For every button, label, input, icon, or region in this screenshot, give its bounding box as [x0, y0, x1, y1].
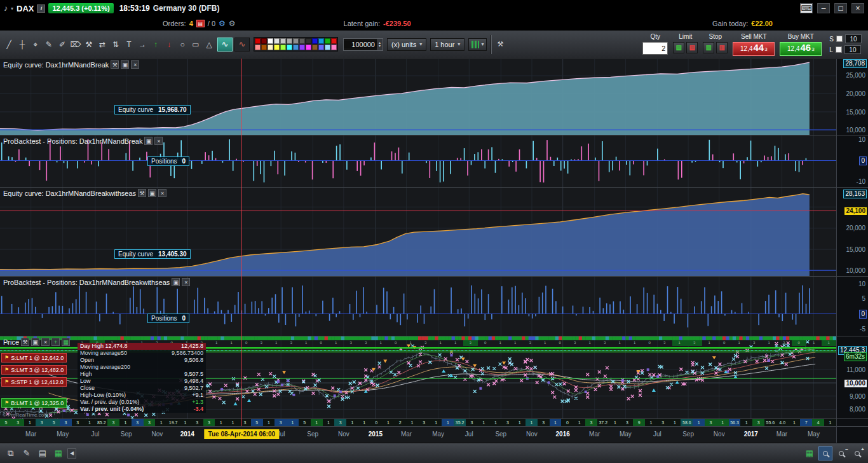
- alerts-settings-icon[interactable]: ⚙: [229, 19, 236, 28]
- pen-tool[interactable]: ✐: [56, 36, 69, 53]
- close-panel-icon[interactable]: ×: [182, 278, 190, 286]
- s-value[interactable]: 10: [845, 34, 862, 43]
- color-swatch[interactable]: [274, 38, 280, 44]
- sell-stop-icon[interactable]: ▥: [716, 42, 728, 53]
- audio-alerts-icon[interactable]: ♪: [4, 4, 8, 13]
- detach-panel-icon[interactable]: ▣: [144, 137, 153, 145]
- color-swatch[interactable]: [287, 38, 292, 44]
- zoom-in-button[interactable]: +: [850, 446, 864, 460]
- close-panel-icon[interactable]: ×: [41, 338, 50, 346]
- close-panel-icon[interactable]: ×: [158, 189, 166, 197]
- time-axis[interactable]: Tue 08-Apr-2014 06:00 MarMayJulSepNov201…: [0, 426, 836, 443]
- trading-table-icon[interactable]: ▦: [51, 446, 65, 460]
- sell-limit-icon[interactable]: ▤: [686, 42, 698, 53]
- close-panel-icon[interactable]: ×: [154, 137, 163, 145]
- keyboard-icon[interactable]: ⌨: [800, 3, 813, 13]
- color-swatch[interactable]: [255, 38, 261, 44]
- detach-panel-icon[interactable]: ▣: [121, 60, 129, 69]
- order-qty-input[interactable]: [642, 42, 668, 55]
- order-badge[interactable]: ⚑S:STP 1 @ 12,412.0: [1, 377, 67, 387]
- up-arrow-tool[interactable]: ↑: [149, 36, 162, 53]
- close-panel-icon[interactable]: ×: [131, 60, 139, 69]
- trendline-tool[interactable]: ╱: [3, 36, 15, 53]
- color-swatch[interactable]: [268, 45, 273, 50]
- positions-1-panel[interactable]: ProBacktest - Positions: Dax1hrMNandBrea…: [0, 135, 836, 187]
- timeframe-select[interactable]: 1 hour ▾: [430, 38, 465, 51]
- price-panel[interactable]: 10.3131031130131103131013310131130113103…: [0, 336, 836, 418]
- orders-settings-icon[interactable]: ⚙: [219, 19, 226, 28]
- text-tool[interactable]: T: [123, 36, 135, 53]
- equity-curve-2-chart[interactable]: [0, 188, 836, 276]
- color-swatch[interactable]: [331, 45, 337, 50]
- scroll-left-button[interactable]: ◀: [67, 448, 76, 459]
- pencil-tool[interactable]: ✎: [43, 36, 55, 53]
- y-axis[interactable]: 28,16324,10020,00015,00010,000: [836, 187, 868, 276]
- indicator-settings-icon[interactable]: ⚒: [21, 338, 29, 346]
- order-badge[interactable]: ⚑S:LMT 1 @ 12,642.0: [1, 353, 67, 363]
- color-swatch[interactable]: [255, 45, 261, 50]
- buy-market-button[interactable]: 12,4463: [780, 42, 822, 56]
- chart-style-selected-button[interactable]: ∿: [217, 38, 233, 52]
- quantity-input[interactable]: [344, 41, 377, 48]
- units-select[interactable]: (x) units ▾: [387, 38, 426, 51]
- color-swatch[interactable]: [306, 45, 311, 50]
- color-swatch[interactable]: [318, 38, 324, 44]
- detach-panel-icon[interactable]: ▣: [31, 338, 39, 346]
- color-swatch[interactable]: [268, 38, 273, 44]
- color-swatch[interactable]: [261, 45, 267, 50]
- order-badge[interactable]: ⚑B:LMT 1 @ 12,325.0: [1, 398, 67, 408]
- color-swatch[interactable]: [325, 45, 330, 50]
- arrow-tool[interactable]: →: [136, 36, 149, 53]
- color-swatch[interactable]: [312, 38, 318, 44]
- color-swatch[interactable]: [299, 38, 305, 44]
- add-indicator-icon[interactable]: +: [51, 338, 60, 346]
- zoom-selection-button[interactable]: [818, 446, 832, 460]
- order-list-icon[interactable]: ▤: [36, 446, 50, 460]
- color-swatch[interactable]: [287, 45, 292, 50]
- orders-log-icon[interactable]: ▤: [196, 20, 205, 27]
- chart-style-button[interactable]: ∿: [234, 38, 250, 52]
- color-swatch[interactable]: [261, 38, 267, 44]
- instrument-menu-caret[interactable]: ▾: [11, 6, 13, 11]
- buy-stop-icon[interactable]: ▥: [703, 42, 714, 53]
- l-value[interactable]: 10: [844, 45, 861, 54]
- new-chart-button[interactable]: ▾: [468, 38, 487, 51]
- detach-chart-icon[interactable]: ⧉: [4, 446, 18, 460]
- color-swatch[interactable]: [325, 38, 330, 44]
- maximize-button[interactable]: □: [834, 3, 847, 13]
- minimize-button[interactable]: –: [817, 3, 830, 13]
- positions-2-panel[interactable]: ProBacktest - Positions: Dax1hrMNandBrea…: [0, 276, 836, 336]
- delete-tool[interactable]: ⌦: [69, 36, 82, 53]
- s-checkbox[interactable]: [836, 36, 843, 42]
- order-badge[interactable]: ⚑S:LMT 3 @ 12,482.0: [1, 365, 67, 375]
- trading-grid-icon[interactable]: ▦: [62, 338, 70, 346]
- crosshair-tool[interactable]: ┼: [16, 36, 29, 53]
- l-checkbox[interactable]: [836, 46, 842, 53]
- color-swatch[interactable]: [299, 45, 305, 50]
- down-arrow-tool[interactable]: ↓: [163, 36, 175, 53]
- color-swatch[interactable]: [318, 45, 324, 50]
- rectangle-tool[interactable]: ▭: [189, 36, 202, 53]
- buy-limit-icon[interactable]: ▤: [673, 42, 684, 53]
- indicator-settings-icon[interactable]: ⚒: [111, 60, 119, 69]
- color-swatch[interactable]: [280, 38, 286, 44]
- color-swatch[interactable]: [274, 45, 280, 50]
- pointer-tool[interactable]: ⌖: [29, 36, 42, 53]
- sell-market-button[interactable]: 12,4443: [733, 42, 775, 56]
- color-swatch[interactable]: [331, 38, 337, 44]
- indicator-settings-icon[interactable]: ⚒: [138, 189, 146, 197]
- info-icon[interactable]: i: [37, 4, 45, 13]
- equity-curve-1-chart[interactable]: [0, 59, 836, 135]
- y-axis[interactable]: 12,445.36m32s11,00010,0009,0008,000: [836, 336, 868, 418]
- drawing-settings-tool[interactable]: ⚒: [83, 36, 95, 53]
- color-swatch[interactable]: [293, 38, 299, 44]
- triangle-tool[interactable]: △: [203, 36, 215, 53]
- spinner-arrows-icon[interactable]: ▴▾: [377, 39, 383, 50]
- equity-curve-2-panel[interactable]: Equity curve: Dax1hrMNandBreakwithseas ⚒…: [0, 187, 836, 276]
- color-swatch[interactable]: [293, 45, 299, 50]
- detach-panel-icon[interactable]: ▣: [172, 278, 180, 286]
- swap-tool[interactable]: ⇅: [109, 36, 122, 53]
- order-settings-icon[interactable]: ⚒: [495, 36, 505, 53]
- close-button[interactable]: ×: [851, 3, 864, 13]
- chart-list-icon[interactable]: ▦: [803, 446, 817, 460]
